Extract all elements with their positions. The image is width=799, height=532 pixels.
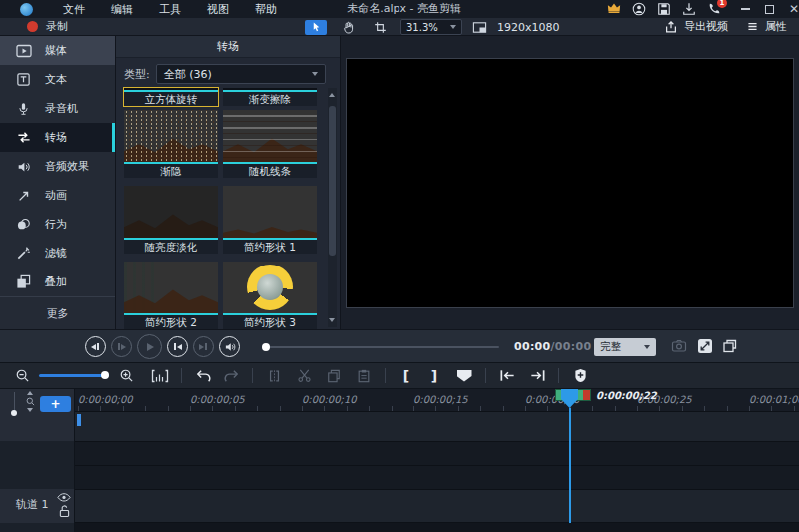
collapse-tracks-icon[interactable] bbox=[27, 408, 33, 412]
timeline-zoom-slider[interactable] bbox=[39, 374, 109, 377]
expand-tracks-icon[interactable] bbox=[27, 391, 33, 395]
panel-scrollbar[interactable] bbox=[328, 88, 337, 327]
sidebar-item-transitions[interactable]: 转场 bbox=[0, 123, 115, 152]
zoom-in-icon[interactable] bbox=[117, 367, 135, 385]
track-visibility-eye-icon[interactable] bbox=[57, 493, 71, 502]
zoom-slider-handle[interactable] bbox=[101, 371, 109, 379]
transition-item-shape-3[interactable]: 简约形状 3 bbox=[223, 262, 317, 329]
menu-item-0[interactable]: 文件 bbox=[63, 2, 85, 17]
sidebar-more-button[interactable]: 更多 bbox=[0, 296, 115, 329]
previous-clip-icon[interactable] bbox=[498, 367, 516, 385]
account-icon[interactable] bbox=[632, 2, 646, 16]
menu-item-3[interactable]: 视图 bbox=[207, 2, 229, 17]
seek-handle[interactable] bbox=[262, 343, 270, 351]
timeline-lane-lower[interactable] bbox=[75, 465, 799, 489]
ruler-tick bbox=[458, 406, 459, 411]
sidebar-item-media[interactable]: 媒体 bbox=[0, 36, 115, 65]
transitions-panel: 转场 类型: 全部 (36) 立方体旋转渐变擦除渐隐随机线条随亮度淡化简约形状 … bbox=[115, 36, 340, 329]
video-editor-window: 文件编辑工具视图帮助 未命名.alpx - 亮鱼剪辑 1 ✕ bbox=[0, 0, 799, 532]
mini-clip[interactable] bbox=[77, 414, 81, 426]
ruler-tick bbox=[727, 406, 728, 411]
float-window-icon[interactable] bbox=[722, 338, 738, 354]
sidebar-item-mic[interactable]: 录音机 bbox=[0, 94, 115, 123]
step-forward-button[interactable] bbox=[111, 336, 132, 357]
transition-item-fade[interactable]: 渐隐 bbox=[124, 110, 218, 178]
track-1-lane[interactable] bbox=[75, 489, 799, 523]
ruler-tick bbox=[347, 406, 348, 411]
gradient-wipe-thumbnail bbox=[223, 88, 317, 90]
timeline-horizontal-scrollbar[interactable] bbox=[75, 523, 799, 532]
export-video-button[interactable]: 导出视频 bbox=[664, 19, 728, 34]
save-icon[interactable] bbox=[657, 2, 671, 16]
sidebar-item-audio[interactable]: 音频效果 bbox=[0, 152, 115, 181]
next-clip-icon[interactable] bbox=[528, 367, 546, 385]
transition-item-shape-1[interactable]: 简约形状 1 bbox=[223, 186, 317, 254]
fade-thumbnail bbox=[124, 110, 218, 162]
divider bbox=[385, 368, 386, 383]
support-icon[interactable]: 1 bbox=[707, 2, 721, 16]
sidebar-item-behaviors[interactable]: 行为 bbox=[0, 210, 115, 239]
transition-item-brightness-fade[interactable]: 随亮度淡化 bbox=[124, 186, 218, 254]
zoom-out-icon[interactable] bbox=[13, 367, 31, 385]
sidebar-item-label: 滤镜 bbox=[45, 246, 67, 261]
paste-icon[interactable] bbox=[355, 367, 373, 385]
hand-tool-button[interactable] bbox=[337, 20, 359, 35]
scrollbar-thumb[interactable] bbox=[329, 106, 336, 256]
minimize-button[interactable] bbox=[741, 8, 750, 10]
menu-item-2[interactable]: 工具 bbox=[159, 2, 181, 17]
camera-icon[interactable] bbox=[671, 338, 687, 354]
go-to-end-button[interactable] bbox=[193, 336, 214, 357]
fullscreen-icon[interactable] bbox=[697, 338, 713, 354]
timeline-ruler[interactable]: 0:00:00;000:00:00;050:00:00;100:00:00;15… bbox=[75, 389, 799, 412]
fit-timeline-icon[interactable] bbox=[151, 367, 169, 385]
split-icon[interactable] bbox=[265, 367, 283, 385]
menu-item-1[interactable]: 编辑 bbox=[111, 2, 133, 17]
track-height-handle[interactable] bbox=[11, 410, 17, 416]
canvas-size-icon[interactable] bbox=[472, 20, 487, 35]
divider bbox=[485, 368, 486, 383]
zoom-level-dropdown[interactable]: 31.3% bbox=[400, 19, 462, 35]
sidebar-item-text[interactable]: 文本 bbox=[0, 65, 115, 94]
crown-icon[interactable] bbox=[607, 2, 621, 16]
track-lock-icon[interactable] bbox=[59, 505, 70, 518]
download-icon[interactable] bbox=[682, 2, 696, 16]
add-effect-shield-icon[interactable] bbox=[571, 367, 589, 385]
transition-item-cube-rotate[interactable]: 立方体旋转 bbox=[124, 88, 218, 106]
close-button[interactable]: ✕ bbox=[789, 4, 799, 14]
timeline-lane-upper[interactable] bbox=[75, 412, 799, 441]
transition-item-random-lines[interactable]: 随机线条 bbox=[223, 110, 317, 178]
mark-in-icon[interactable]: [ bbox=[398, 367, 415, 385]
timeline-lane-middle[interactable] bbox=[75, 441, 799, 465]
previous-frame-button[interactable] bbox=[85, 336, 106, 357]
undo-icon[interactable] bbox=[194, 367, 212, 385]
play-button[interactable] bbox=[137, 334, 162, 359]
sidebar-item-overlay[interactable]: 叠加 bbox=[0, 267, 115, 296]
transition-item-shape-2[interactable]: 简约形状 2 bbox=[124, 262, 218, 329]
copy-icon[interactable] bbox=[325, 367, 343, 385]
mark-out-icon[interactable]: ] bbox=[425, 367, 443, 385]
redo-icon[interactable] bbox=[222, 367, 240, 385]
transition-item-gradient-wipe[interactable]: 渐变擦除 bbox=[223, 88, 317, 106]
cut-icon[interactable] bbox=[295, 367, 313, 385]
view-mode-dropdown[interactable]: 完整 bbox=[594, 338, 656, 356]
marker-icon[interactable] bbox=[455, 367, 473, 385]
scroll-up-icon[interactable] bbox=[329, 93, 335, 97]
ruler-tick bbox=[123, 406, 124, 411]
record-button[interactable]: 录制 bbox=[27, 19, 68, 34]
go-to-start-button[interactable] bbox=[167, 336, 188, 357]
crop-tool-button[interactable] bbox=[369, 20, 391, 35]
add-track-button[interactable]: + bbox=[40, 396, 71, 412]
seek-slider[interactable] bbox=[262, 346, 499, 348]
ruler-tick bbox=[257, 406, 258, 411]
properties-button[interactable]: 属性 bbox=[746, 19, 787, 34]
volume-button[interactable] bbox=[219, 336, 240, 357]
ruler-tick bbox=[435, 406, 436, 411]
menu-item-4[interactable]: 帮助 bbox=[255, 2, 277, 17]
scroll-down-icon[interactable] bbox=[329, 318, 335, 322]
type-dropdown[interactable]: 全部 (36) bbox=[156, 64, 326, 84]
sidebar-item-filters[interactable]: 滤镜 bbox=[0, 239, 115, 267]
maximize-button[interactable] bbox=[765, 5, 774, 14]
sidebar-item-animation[interactable]: 动画 bbox=[0, 181, 115, 210]
select-tool-button[interactable] bbox=[305, 20, 327, 35]
track-height-slider[interactable] bbox=[14, 392, 15, 411]
